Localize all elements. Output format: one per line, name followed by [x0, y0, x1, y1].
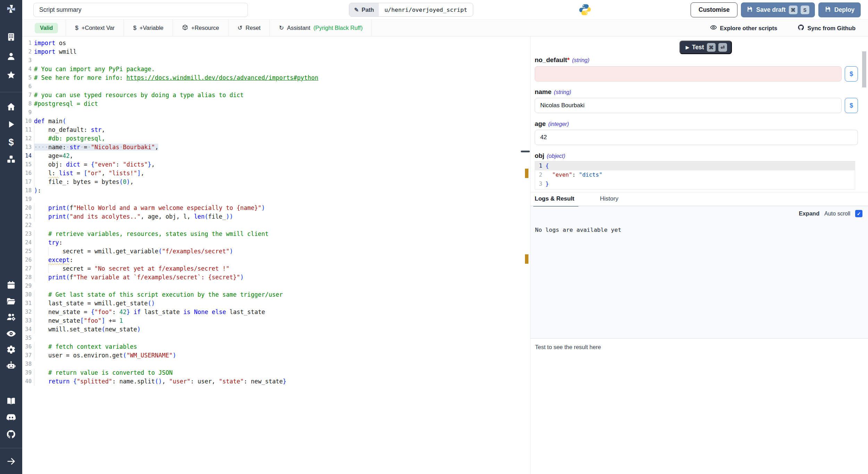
obj-json-editor[interactable]: 1{2 "even": "dicts"3}: [535, 161, 855, 189]
code-line: 32 new_state = {"foo": 42} if last_state…: [22, 308, 523, 316]
package-icon: [182, 24, 188, 32]
dollar-icon: $: [75, 25, 78, 32]
sync-from-github-button[interactable]: Sync from Github: [798, 24, 856, 32]
windmill-logo-icon[interactable]: [6, 4, 16, 15]
dollar-icon: $: [133, 25, 136, 32]
path-label: Path: [361, 7, 374, 13]
code-line: 19: [22, 195, 523, 204]
code-line: 12 #db: postgresql,: [22, 134, 523, 143]
explore-other-scripts-button[interactable]: Explore other scripts: [710, 24, 777, 32]
resources-cubes-icon[interactable]: [6, 155, 16, 166]
save-icon: [825, 6, 831, 14]
obj-label: obj: [535, 152, 544, 159]
groups-users-gear-icon[interactable]: [6, 312, 16, 323]
play-icon: ▶: [686, 45, 689, 50]
workspace-building-icon[interactable]: [7, 32, 16, 43]
result-placeholder: Test to see the result here: [535, 344, 601, 350]
autoscroll-label: Auto scroll: [824, 211, 850, 217]
log-controls: Expand Auto scroll ✓: [799, 210, 862, 217]
github-icon[interactable]: [6, 429, 16, 440]
folders-icon[interactable]: [6, 297, 16, 307]
valid-badge: Valid: [35, 23, 58, 33]
warning-marker: [525, 169, 528, 178]
required-asterisk: *: [567, 56, 570, 64]
collapse-arrow-icon[interactable]: [6, 457, 16, 467]
code-editor[interactable]: 1import os2import wmill34# You can impor…: [22, 36, 523, 474]
code-line: 3: [22, 56, 523, 65]
tab-history[interactable]: History: [600, 192, 618, 206]
deploy-button[interactable]: Deploy: [818, 2, 861, 17]
script-summary-input[interactable]: [33, 3, 248, 17]
code-line: 9: [22, 108, 523, 117]
reset-label: Reset: [245, 25, 260, 31]
field-label-age: age(integer): [535, 120, 569, 128]
no-default-variable-picker-button[interactable]: $: [845, 66, 858, 82]
github-icon: [798, 24, 804, 32]
ai-robot-icon[interactable]: [6, 361, 16, 372]
code-line: 35: [22, 334, 523, 342]
warning-marker: [525, 254, 528, 264]
save-draft-label: Save draft: [756, 6, 786, 14]
form-scrollbar-thumb[interactable]: [862, 51, 866, 87]
panel-splitter-handle[interactable]: [521, 151, 530, 152]
save-draft-button[interactable]: Save draft ⌘ S: [741, 2, 815, 17]
settings-gear-icon[interactable]: [6, 345, 16, 356]
field-label-obj: obj(object): [535, 152, 565, 160]
log-area: Expand Auto scroll ✓ No logs are availab…: [531, 206, 868, 338]
add-resource-button[interactable]: +Resource: [173, 20, 228, 36]
sync-label: Sync from Github: [808, 25, 856, 32]
autoscroll-checkbox[interactable]: ✓: [855, 210, 862, 217]
assistant-button[interactable]: ↻ Assistant (Pyright Black Ruff): [270, 20, 372, 36]
python-logo-icon: [578, 3, 592, 18]
code-line: 39 # return value is converted to JSON: [22, 369, 523, 377]
name-input[interactable]: [535, 98, 842, 113]
code-line: 26 except:: [22, 256, 523, 264]
code-line: 10def main(: [22, 117, 523, 126]
add-variable-button[interactable]: $ +Variable: [124, 20, 172, 36]
result-divider: [531, 338, 868, 339]
reset-button[interactable]: ↺ Reset: [228, 20, 269, 36]
name-variable-picker-button[interactable]: $: [845, 98, 858, 113]
user-icon[interactable]: [7, 52, 16, 62]
code-line: 31 last_state = wmill.get_state(): [22, 299, 523, 308]
code-line: 7# you can use typed resources by doing …: [22, 91, 523, 100]
code-line: 36 # fetch context variables: [22, 342, 523, 351]
code-line: 21 print("and its acolytes..", age, obj,…: [22, 212, 523, 221]
tab-logs-and-result[interactable]: Logs & Result: [535, 192, 574, 206]
name-label: name: [535, 88, 551, 95]
test-button[interactable]: ▶ Test ⌘ ⏎: [679, 41, 732, 54]
test-label: Test: [692, 44, 704, 51]
top-bar: ✎ Path u/henri/overjoyed_script Customis…: [22, 0, 868, 20]
path-button[interactable]: ✎ Path u/henri/overjoyed_script: [349, 3, 473, 17]
docs-book-icon[interactable]: [6, 396, 16, 407]
customise-button[interactable]: Customise: [691, 2, 737, 17]
deploy-label: Deploy: [834, 6, 854, 14]
json-line: 2 "even": "dicts": [535, 170, 855, 179]
no-default-input[interactable]: [535, 66, 842, 82]
variables-dollar-icon[interactable]: $: [8, 138, 14, 147]
home-icon[interactable]: [6, 102, 16, 113]
enter-key: ⏎: [718, 43, 727, 52]
assistant-lsp-label: (Pyright Black Ruff): [314, 25, 363, 31]
favorites-star-icon[interactable]: [6, 70, 16, 81]
s-key: S: [801, 6, 809, 14]
runs-play-icon[interactable]: [7, 120, 16, 130]
age-input[interactable]: [535, 130, 858, 145]
audit-eye-icon[interactable]: [6, 329, 16, 340]
add-context-var-button[interactable]: $ +Context Var: [66, 20, 124, 36]
age-type: (integer): [548, 121, 569, 127]
eye-icon: [710, 24, 717, 32]
validity-wrap: Valid: [22, 20, 66, 36]
discord-icon[interactable]: [6, 413, 16, 424]
schedules-calendar-icon[interactable]: [7, 280, 16, 291]
no-logs-message: No logs are available yet: [535, 227, 621, 233]
code-line: 17 file_: bytes = bytes(0),: [22, 178, 523, 186]
obj-type: (object): [547, 153, 565, 159]
code-line: 13····name:·str·=·"Nicolas·Bourbaki",: [22, 143, 523, 152]
code-line: 24 try:: [22, 238, 523, 247]
code-line: 1import os: [22, 39, 523, 48]
expand-button[interactable]: Expand: [799, 210, 820, 217]
code-line: 18):: [22, 186, 523, 195]
sidebar: $: [0, 0, 22, 474]
code-line: 11 no_default: str,: [22, 126, 523, 134]
